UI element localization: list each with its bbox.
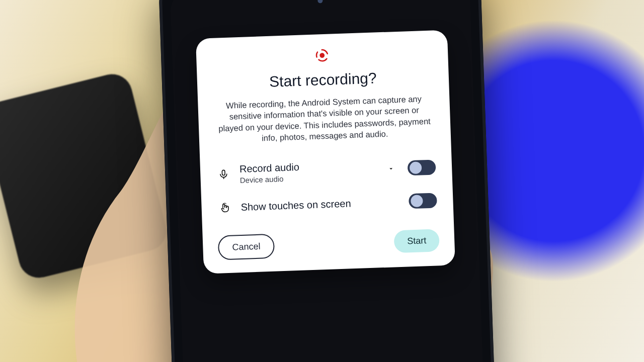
dialog-title: Start recording?: [212, 67, 434, 92]
show-touches-toggle[interactable]: [409, 193, 437, 209]
svg-rect-1: [222, 170, 225, 175]
phone-frame: Start recording? While recording, the An…: [158, 0, 496, 362]
start-button[interactable]: Start: [393, 229, 440, 253]
start-recording-dialog: Start recording? While recording, the An…: [196, 30, 455, 274]
dialog-body: While recording, the Android System can …: [216, 93, 433, 145]
phone-screen: Start recording? While recording, the An…: [170, 0, 485, 362]
front-camera-dot: [317, 0, 323, 3]
other-phone-shape: [0, 70, 171, 282]
record-audio-toggle[interactable]: [408, 159, 436, 175]
svg-point-0: [319, 53, 325, 58]
show-touches-row[interactable]: Show touches on screen: [216, 187, 439, 221]
touch-icon: [217, 202, 232, 214]
cancel-button[interactable]: Cancel: [218, 234, 275, 260]
dropdown-caret-icon[interactable]: [386, 165, 395, 172]
record-icon: [211, 45, 433, 66]
record-audio-row[interactable]: Record audio Device audio: [215, 150, 437, 191]
microphone-icon: [216, 169, 231, 180]
dialog-actions: Cancel Start: [218, 228, 440, 260]
photo-background: Start recording? While recording, the An…: [0, 0, 644, 362]
show-touches-label: Show touches on screen: [240, 196, 400, 213]
